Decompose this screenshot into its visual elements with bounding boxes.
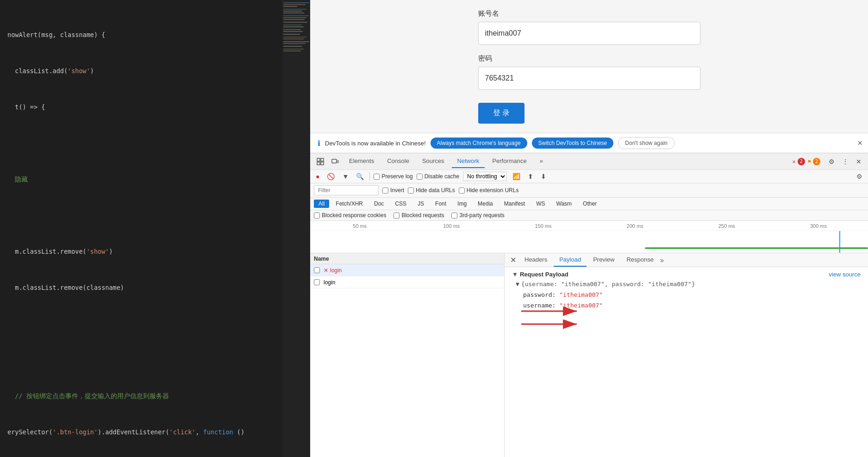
svg-rect-19 xyxy=(283,46,302,47)
devtools-close-button[interactable]: ✕ xyxy=(853,156,864,167)
collapse-icon: ▼ xyxy=(516,281,519,288)
upload-icon[interactable]: ⬆ xyxy=(526,172,535,181)
hide-ext-urls-label[interactable]: Hide extension URLs xyxy=(459,187,519,194)
code-line xyxy=(0,137,310,149)
row-checkbox-2[interactable] xyxy=(314,279,320,285)
login-button[interactable]: 登 录 xyxy=(478,103,525,124)
preserve-log-checkbox[interactable] xyxy=(374,174,380,180)
filter-manifest[interactable]: Manifest xyxy=(500,200,530,208)
device-toolbar-button[interactable] xyxy=(329,156,342,167)
tabs-more-button[interactable]: » xyxy=(660,257,664,264)
code-line xyxy=(0,209,310,221)
filter-ws[interactable]: WS xyxy=(531,200,550,208)
filter-all[interactable]: All xyxy=(314,200,329,208)
filter-wasm[interactable]: Wasm xyxy=(552,200,577,208)
code-line: 隐藏 xyxy=(0,173,310,185)
filter-media[interactable]: Media xyxy=(473,200,498,208)
code-line: // 按钮绑定点击事件，提交输入的用户信息到服务器 xyxy=(0,390,310,402)
tab-preview[interactable]: Preview xyxy=(587,253,620,267)
download-icon[interactable]: ⬇ xyxy=(539,172,548,181)
login-form: 账号名 密码 登 录 xyxy=(478,9,700,124)
password-input[interactable] xyxy=(478,67,700,90)
tab-network[interactable]: Network xyxy=(452,155,485,168)
filter-other[interactable]: Other xyxy=(578,200,601,208)
filter-input[interactable] xyxy=(314,185,379,195)
clear-button[interactable]: 🚫 xyxy=(325,172,337,181)
blocked-response-label[interactable]: Blocked response cookies xyxy=(314,212,386,219)
invert-checkbox[interactable] xyxy=(382,188,388,194)
filter-fetch-xhr[interactable]: Fetch/XHR xyxy=(331,200,368,208)
payload-summary-row: ▼ {username: "itheima007", password: "it… xyxy=(516,281,861,288)
third-party-label[interactable]: 3rd-party requests xyxy=(451,212,504,219)
search-button[interactable]: 🔍 xyxy=(354,172,366,181)
request-payload-label: Request Payload xyxy=(520,271,568,278)
throttle-select[interactable]: No throttling xyxy=(463,172,507,181)
detail-tabs-bar: ✕ Headers Payload Preview Response » xyxy=(505,253,868,267)
payload-summary: {username: "itheima007", password: "ithe… xyxy=(521,281,695,288)
network-settings-button[interactable]: ⚙ xyxy=(855,172,864,181)
password-group: 密码 xyxy=(478,54,700,90)
blocked-requests-checkbox[interactable] xyxy=(393,213,400,219)
network-row-login-error[interactable]: ✕ login xyxy=(310,264,504,276)
svg-rect-22 xyxy=(317,158,320,161)
blocked-response-checkbox[interactable] xyxy=(314,213,320,219)
username-input[interactable] xyxy=(478,22,700,45)
filter-font[interactable]: Font xyxy=(431,200,451,208)
hide-ext-urls-checkbox[interactable] xyxy=(459,188,465,194)
tab-performance[interactable]: Performance xyxy=(487,155,532,168)
svg-rect-23 xyxy=(321,158,324,161)
match-language-button[interactable]: Always match Chrome's language xyxy=(431,138,527,149)
disable-cache-checkbox[interactable] xyxy=(417,174,423,180)
blocked-response-text: Blocked response cookies xyxy=(322,212,386,219)
filter-tags-bar: All Fetch/XHR Doc CSS JS Font Img Media … xyxy=(310,198,868,210)
filter-button[interactable]: ▼ xyxy=(340,172,350,181)
tab-more[interactable]: » xyxy=(534,155,549,168)
tick-200ms: 200 ms xyxy=(589,223,681,229)
expand-icon: ▼ xyxy=(512,271,518,278)
tab-sources[interactable]: Sources xyxy=(417,155,450,168)
hide-data-urls-label[interactable]: Hide data URLs xyxy=(408,187,455,194)
filter-js[interactable]: JS xyxy=(413,200,429,208)
record-button[interactable]: ● xyxy=(314,172,321,181)
tab-console[interactable]: Console xyxy=(381,155,415,168)
detail-close-button[interactable]: ✕ xyxy=(508,256,518,264)
blocked-requests-label[interactable]: Blocked requests xyxy=(393,212,444,219)
hide-ext-urls-text: Hide extension URLs xyxy=(467,187,519,194)
disable-cache-label[interactable]: Disable cache xyxy=(417,173,459,180)
view-source-link[interactable]: view source xyxy=(829,271,861,278)
preserve-log-label[interactable]: Preserve log xyxy=(374,173,412,180)
timeline-header: 50 ms 100 ms 150 ms 200 ms 250 ms 300 ms xyxy=(310,221,868,231)
svg-rect-6 xyxy=(283,15,309,16)
wifi-icon[interactable]: 📶 xyxy=(511,172,522,181)
timeline-blue-marker xyxy=(839,231,840,253)
code-line: erySelector('.btn-login').addEventListen… xyxy=(0,426,310,438)
filter-img[interactable]: Img xyxy=(453,200,471,208)
more-options-button[interactable]: ⋮ xyxy=(839,156,851,167)
notification-close-button[interactable]: × xyxy=(857,138,862,148)
tab-payload[interactable]: Payload xyxy=(554,253,587,267)
tab-headers[interactable]: Headers xyxy=(519,253,553,267)
filter-css[interactable]: CSS xyxy=(390,200,411,208)
tick-100ms: 100 ms xyxy=(406,223,497,229)
tab-elements[interactable]: Elements xyxy=(343,155,380,168)
hide-data-urls-checkbox[interactable] xyxy=(408,188,414,194)
tick-50ms: 50 ms xyxy=(314,223,406,229)
third-party-checkbox[interactable] xyxy=(451,213,457,219)
svg-rect-17 xyxy=(283,41,309,42)
settings-button[interactable]: ⚙ xyxy=(826,156,837,167)
browser-panel: 账号名 密码 登 录 ℹ DevTools is now available i… xyxy=(310,0,868,457)
password-label: 密码 xyxy=(478,54,700,63)
code-lines: nowAlert(msg, classname) { classList.add… xyxy=(0,0,310,457)
filter-doc[interactable]: Doc xyxy=(369,200,388,208)
svg-rect-20 xyxy=(283,49,304,50)
network-split-pane: Name ✕ login login ✕ Headers Payload xyxy=(310,253,868,457)
invert-label[interactable]: Invert xyxy=(382,187,404,194)
tab-response[interactable]: Response xyxy=(621,253,659,267)
payload-area: ▼ Request Payload view source ▼ {usernam… xyxy=(505,267,868,457)
switch-to-chinese-button[interactable]: Switch DevTools to Chinese xyxy=(532,138,614,149)
inspect-element-button[interactable] xyxy=(314,156,327,167)
network-row-login[interactable]: login xyxy=(310,276,504,288)
dont-show-again-button[interactable]: Don't show again xyxy=(618,137,674,149)
row-checkbox-1[interactable] xyxy=(314,267,320,273)
filter-row: Invert Hide data URLs Hide extension URL… xyxy=(310,183,868,198)
